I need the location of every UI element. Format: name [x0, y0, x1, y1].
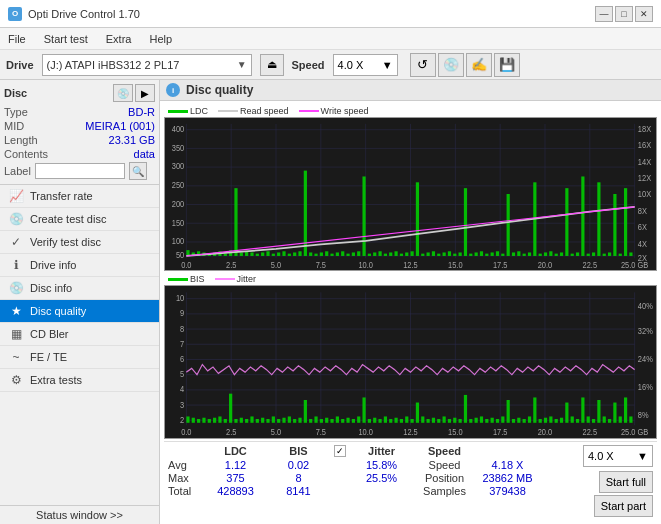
read-speed-color	[218, 110, 238, 112]
save-button[interactable]: 💾	[494, 53, 520, 77]
svg-rect-231	[603, 416, 606, 422]
svg-text:4X: 4X	[638, 239, 648, 248]
menu-extra[interactable]: Extra	[102, 32, 136, 46]
svg-rect-41	[298, 251, 301, 256]
svg-rect-167	[261, 418, 264, 423]
svg-rect-78	[496, 251, 499, 256]
svg-rect-99	[608, 252, 611, 256]
eject-button[interactable]: ⏏	[260, 54, 284, 76]
menu-start-test[interactable]: Start test	[40, 32, 92, 46]
sidebar-item-disc-quality[interactable]: ★ Disc quality	[0, 300, 159, 323]
svg-rect-189	[378, 419, 381, 423]
menu-help[interactable]: Help	[145, 32, 176, 46]
action-area: 4.0 X ▼ Start full Start part	[543, 445, 653, 517]
bis-label: BIS	[190, 274, 205, 284]
disc-icon-btn-2[interactable]: ▶	[135, 84, 155, 102]
svg-rect-39	[288, 254, 291, 256]
svg-text:12.5: 12.5	[403, 260, 418, 269]
chart-speed-selector[interactable]: 4.0 X ▼	[583, 445, 653, 467]
sidebar-item-drive-info[interactable]: ℹ Drive info	[0, 254, 159, 277]
disc-mid-row: MID MEIRA1 (001)	[4, 120, 155, 132]
minimize-button[interactable]: —	[595, 6, 613, 22]
svg-rect-165	[250, 416, 253, 422]
svg-rect-153	[186, 416, 189, 422]
sidebar-item-cd-bler[interactable]: ▦ CD Bler	[0, 323, 159, 346]
start-part-button[interactable]: Start part	[594, 495, 653, 517]
sidebar-item-fe-te[interactable]: ~ FE / TE	[0, 346, 159, 369]
max-bis: 8	[267, 472, 330, 484]
svg-rect-183	[346, 418, 349, 423]
drive-dropdown-arrow: ▼	[237, 59, 247, 70]
svg-text:5.0: 5.0	[271, 260, 282, 269]
label-input[interactable]	[35, 163, 125, 179]
svg-rect-76	[485, 254, 488, 256]
sidebar-item-verify-test-disc[interactable]: ✓ Verify test disc	[0, 231, 159, 254]
sidebar-item-transfer-rate-label: Transfer rate	[30, 190, 93, 202]
disc-button[interactable]: 💿	[438, 53, 464, 77]
write-button[interactable]: ✍	[466, 53, 492, 77]
svg-rect-234	[619, 416, 622, 422]
header-speed: Speed	[413, 445, 476, 457]
svg-rect-29	[234, 188, 237, 256]
start-full-button[interactable]: Start full	[599, 471, 653, 493]
svg-rect-96	[592, 252, 595, 256]
svg-rect-220	[544, 418, 547, 423]
header-ldc: LDC	[204, 445, 267, 457]
drive-selector[interactable]: (J:) ATAPI iHBS312 2 PL17 ▼	[42, 54, 252, 76]
svg-text:15.0: 15.0	[448, 428, 463, 438]
sidebar-item-create-test-disc[interactable]: 💿 Create test disc	[0, 208, 159, 231]
sidebar-item-disc-info-label: Disc info	[30, 282, 72, 294]
jitter-checkbox[interactable]: ✓	[334, 445, 346, 457]
sidebar-item-extra-tests[interactable]: ⚙ Extra tests	[0, 369, 159, 392]
svg-rect-196	[416, 403, 419, 423]
speed-label: Speed	[292, 59, 325, 71]
menu-file[interactable]: File	[4, 32, 30, 46]
disc-label-label: Label	[4, 165, 31, 177]
disc-icon-btn-1[interactable]: 💿	[113, 84, 133, 102]
maximize-button[interactable]: □	[615, 6, 633, 22]
svg-rect-210	[491, 418, 494, 423]
status-window-button[interactable]: Status window >>	[0, 505, 159, 524]
label-search-button[interactable]: 🔍	[129, 162, 147, 180]
svg-rect-222	[555, 419, 558, 423]
svg-rect-63	[416, 182, 419, 256]
close-button[interactable]: ✕	[635, 6, 653, 22]
sidebar-item-transfer-rate[interactable]: 📈 Transfer rate	[0, 185, 159, 208]
speed-selector[interactable]: 4.0 X ▼	[333, 54, 398, 76]
svg-rect-55	[373, 252, 376, 256]
svg-text:10: 10	[176, 294, 185, 304]
svg-text:0.0: 0.0	[181, 260, 192, 269]
svg-rect-32	[250, 252, 253, 256]
svg-rect-59	[394, 251, 397, 256]
svg-text:14X: 14X	[638, 157, 652, 166]
svg-rect-193	[400, 419, 403, 423]
svg-rect-62	[411, 251, 414, 256]
bis-color	[168, 278, 188, 281]
svg-text:12X: 12X	[638, 174, 652, 183]
svg-rect-156	[202, 418, 205, 423]
svg-text:8%: 8%	[638, 410, 649, 420]
svg-rect-60	[400, 254, 403, 256]
disc-mid-label: MID	[4, 120, 24, 132]
svg-text:25.0 GB: 25.0 GB	[621, 260, 648, 269]
svg-rect-67	[437, 254, 440, 256]
svg-rect-172	[288, 416, 291, 422]
svg-rect-61	[405, 252, 408, 256]
drive-value: (J:) ATAPI iHBS312 2 PL17	[47, 59, 180, 71]
svg-rect-173	[293, 419, 296, 423]
disc-icons: 💿 ▶	[113, 84, 155, 102]
svg-rect-84	[528, 252, 531, 256]
svg-rect-161	[229, 394, 232, 423]
svg-text:7.5: 7.5	[316, 260, 327, 269]
svg-rect-176	[309, 419, 312, 423]
cd-bler-icon: ▦	[8, 327, 24, 341]
svg-rect-43	[309, 252, 312, 256]
disc-quality-header: i Disc quality	[160, 80, 661, 101]
refresh-button[interactable]: ↺	[410, 53, 436, 77]
transfer-rate-icon: 📈	[8, 189, 24, 203]
svg-rect-82	[517, 251, 520, 256]
svg-rect-69	[448, 251, 451, 256]
svg-rect-191	[389, 419, 392, 423]
sidebar-item-disc-info[interactable]: 💿 Disc info	[0, 277, 159, 300]
svg-rect-226	[576, 419, 579, 423]
